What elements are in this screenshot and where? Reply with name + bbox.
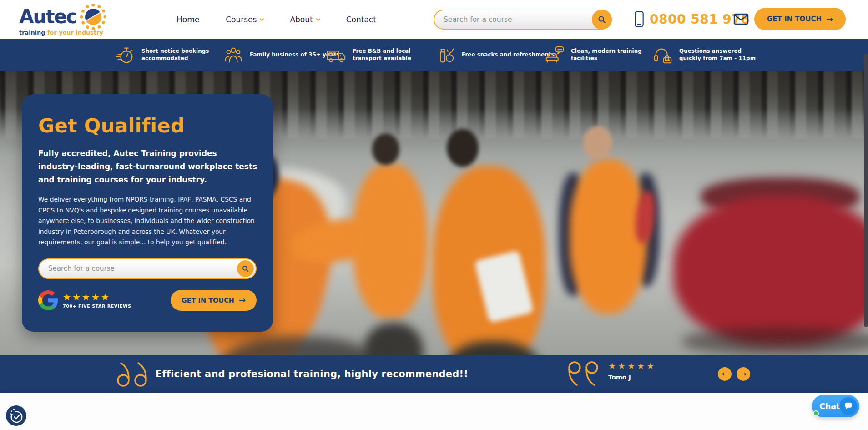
feature-transport: Free B&B and local transport available bbox=[326, 39, 431, 71]
search-icon bbox=[241, 264, 250, 273]
header-search-button[interactable] bbox=[592, 10, 612, 30]
chat-bubble-icon bbox=[839, 397, 857, 415]
main-nav: Home Courses About Contact bbox=[177, 0, 376, 39]
logo-tagline: training for your industry bbox=[19, 29, 106, 36]
van-icon bbox=[326, 45, 347, 66]
nav-home[interactable]: Home bbox=[177, 15, 199, 24]
site-header: Autec training for your industry Home Co… bbox=[0, 0, 868, 39]
snacks-icon bbox=[435, 45, 456, 66]
reviews-label: 700+ FIVE STAR REVIEWS bbox=[63, 304, 131, 309]
feature-family-business: Family business of 35+ years. bbox=[223, 39, 342, 71]
arrow-right-icon: → bbox=[239, 295, 246, 305]
sofa-icon bbox=[544, 45, 565, 66]
arrow-left-icon: ← bbox=[722, 370, 728, 378]
nav-about[interactable]: About bbox=[290, 15, 319, 24]
hero-search bbox=[38, 258, 257, 279]
cookie-settings-button[interactable] bbox=[5, 405, 27, 426]
scrollbar-thumb[interactable] bbox=[864, 54, 868, 327]
page-title: Get Qualified bbox=[38, 114, 257, 137]
testimonial-review: ★★★★★ Tomo J bbox=[608, 361, 656, 381]
chevron-down-icon bbox=[260, 16, 264, 21]
logo-mark-icon bbox=[80, 4, 106, 30]
feature-bar: Short notice bookings accommodated Famil… bbox=[0, 39, 868, 71]
page: Autec training for your industry Home Co… bbox=[0, 0, 868, 430]
quote-close-icon bbox=[565, 360, 602, 387]
search-icon bbox=[597, 15, 607, 25]
google-icon bbox=[38, 290, 58, 310]
mail-icon[interactable] bbox=[733, 13, 749, 27]
logo-text: Autec bbox=[19, 7, 76, 27]
header-search bbox=[434, 10, 612, 30]
headset-icon bbox=[652, 45, 673, 66]
chat-button[interactable]: Chat bbox=[812, 395, 859, 417]
testimonial-bar: Efficient and profesional training, high… bbox=[0, 355, 868, 393]
online-status-dot bbox=[813, 410, 819, 416]
quote-open-icon bbox=[115, 361, 151, 388]
stopwatch-icon bbox=[115, 45, 136, 66]
nav-contact[interactable]: Contact bbox=[346, 15, 376, 24]
testimonial-text: Efficient and profesional training, high… bbox=[156, 355, 468, 393]
hero-lead-text: Fully accredited, Autec Training provide… bbox=[38, 147, 257, 187]
hero-section: Get Qualified Fully accredited, Autec Tr… bbox=[0, 71, 868, 355]
google-reviews-link[interactable]: ★★★★★ 700+ FIVE STAR REVIEWS bbox=[38, 290, 131, 310]
star-rating: ★★★★★ bbox=[63, 292, 131, 302]
logo[interactable]: Autec training for your industry bbox=[19, 4, 106, 36]
star-rating: ★★★★★ bbox=[608, 361, 656, 371]
nav-courses[interactable]: Courses bbox=[226, 15, 263, 24]
phone-link[interactable]: 0800 581 976 bbox=[633, 10, 750, 28]
feature-questions: Questions answered quickly from 7am - 11… bbox=[652, 39, 757, 71]
arrow-right-icon: → bbox=[826, 15, 833, 24]
next-testimonial-button[interactable]: → bbox=[737, 367, 750, 381]
hero-search-input[interactable] bbox=[39, 264, 256, 273]
chevron-down-icon bbox=[316, 16, 320, 21]
get-in-touch-button[interactable]: GET IN TOUCH → bbox=[171, 290, 257, 311]
prev-testimonial-button[interactable]: ← bbox=[718, 367, 732, 381]
hero-card: Get Qualified Fully accredited, Autec Tr… bbox=[22, 94, 273, 332]
hero-body-text: We deliver everything from NPORS trainin… bbox=[38, 194, 257, 248]
family-icon bbox=[223, 45, 244, 66]
phone-icon bbox=[633, 10, 645, 28]
arrow-right-icon: → bbox=[741, 370, 747, 378]
testimonial-author: Tomo J bbox=[608, 374, 656, 381]
bottom-strip: Chat bbox=[0, 393, 868, 430]
hero-search-button[interactable] bbox=[237, 260, 254, 277]
get-in-touch-button[interactable]: GET IN TOUCH → bbox=[754, 8, 846, 30]
chat-label: Chat bbox=[819, 402, 840, 411]
feature-facilities: Clean, modern training facilities bbox=[544, 39, 643, 71]
feature-snacks: Free snacks and refreshments bbox=[435, 39, 555, 71]
header-search-input[interactable] bbox=[434, 15, 611, 24]
cookie-icon bbox=[5, 405, 27, 426]
feature-short-notice: Short notice bookings accommodated bbox=[115, 39, 211, 71]
